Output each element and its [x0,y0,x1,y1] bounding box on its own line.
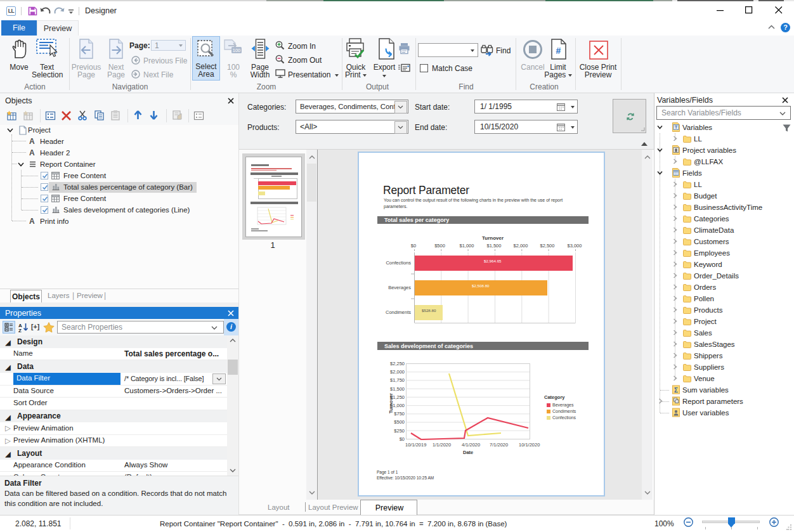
svg-text:100: 100 [233,48,241,53]
svg-text:T: T [675,124,678,130]
svg-text:Z: Z [18,328,22,333]
svg-text:#: # [556,46,561,56]
svg-text:Σ: Σ [674,387,678,394]
